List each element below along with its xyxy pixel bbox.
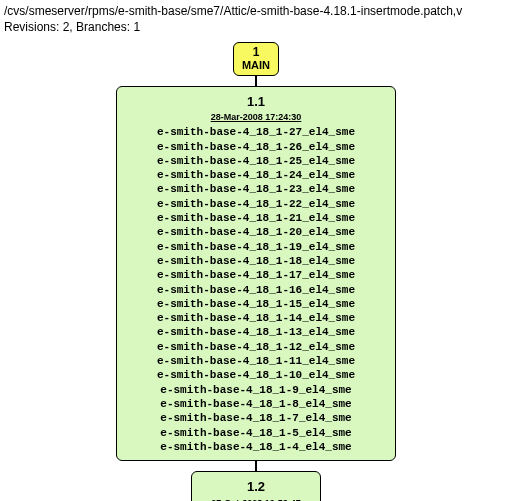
revision-tag: e-smith-base-4_18_1-19_el4_sme [127, 240, 385, 254]
revision-node-1.1[interactable]: 1.1 28-Mar-2008 17:24:30 e-smith-base-4_… [116, 86, 396, 462]
graph-connector [255, 461, 257, 471]
revision-number: 1.2 [206, 478, 306, 496]
revision-node-1.2[interactable]: 1.2 07-Oct-2008 19:52:47 HEAD [191, 471, 321, 501]
revision-date: 28-Mar-2008 17:24:30 [127, 111, 385, 123]
revision-tag: e-smith-base-4_18_1-10_el4_sme [127, 368, 385, 382]
revision-number: 1.1 [127, 93, 385, 111]
revision-tag: e-smith-base-4_18_1-12_el4_sme [127, 340, 385, 354]
revision-tag: e-smith-base-4_18_1-18_el4_sme [127, 254, 385, 268]
revision-tag: e-smith-base-4_18_1-17_el4_sme [127, 268, 385, 282]
revision-tag: e-smith-base-4_18_1-20_el4_sme [127, 225, 385, 239]
revision-tag: e-smith-base-4_18_1-11_el4_sme [127, 354, 385, 368]
revision-tag: e-smith-base-4_18_1-22_el4_sme [127, 197, 385, 211]
revision-tag: e-smith-base-4_18_1-26_el4_sme [127, 140, 385, 154]
branch-rev-number: 1 [242, 45, 270, 59]
revision-tag: e-smith-base-4_18_1-5_el4_sme [127, 426, 385, 440]
branch-name: MAIN [242, 59, 270, 72]
revision-tag: e-smith-base-4_18_1-27_el4_sme [127, 125, 385, 139]
revision-date: 07-Oct-2008 19:52:47 [206, 497, 306, 501]
revision-tag: e-smith-base-4_18_1-24_el4_sme [127, 168, 385, 182]
revision-tag: e-smith-base-4_18_1-23_el4_sme [127, 182, 385, 196]
revision-tag: e-smith-base-4_18_1-7_el4_sme [127, 411, 385, 425]
revision-tag: e-smith-base-4_18_1-14_el4_sme [127, 311, 385, 325]
revision-tag: e-smith-base-4_18_1-9_el4_sme [127, 383, 385, 397]
revision-tag: e-smith-base-4_18_1-4_el4_sme [127, 440, 385, 454]
branch-node-main[interactable]: 1 MAIN [233, 42, 279, 76]
revision-tag: e-smith-base-4_18_1-13_el4_sme [127, 325, 385, 339]
revision-tags: e-smith-base-4_18_1-27_el4_smee-smith-ba… [127, 125, 385, 454]
file-path: /cvs/smeserver/rpms/e-smith-base/sme7/At… [4, 4, 508, 18]
revision-graph: 1 MAIN 1.1 28-Mar-2008 17:24:30 e-smith-… [4, 42, 508, 501]
revision-tag: e-smith-base-4_18_1-25_el4_sme [127, 154, 385, 168]
revision-tag: e-smith-base-4_18_1-15_el4_sme [127, 297, 385, 311]
revisions-summary: Revisions: 2, Branches: 1 [4, 20, 508, 34]
revision-tag: e-smith-base-4_18_1-16_el4_sme [127, 283, 385, 297]
revision-tag: e-smith-base-4_18_1-21_el4_sme [127, 211, 385, 225]
revision-tag: e-smith-base-4_18_1-8_el4_sme [127, 397, 385, 411]
graph-connector [255, 76, 257, 86]
